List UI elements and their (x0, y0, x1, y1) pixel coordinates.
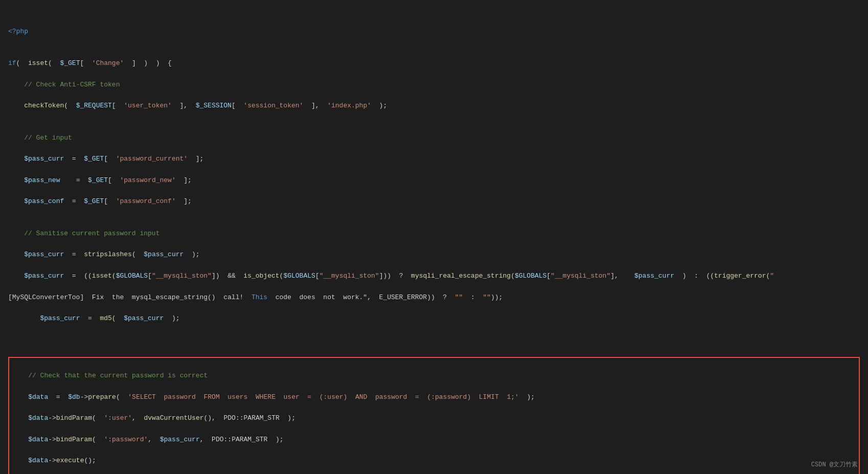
line-21: $data->bindParam( ':password', $pass_cur… (12, 435, 856, 445)
line-15: [MySQLConverterToo] Fix the mysql_escape… (8, 292, 860, 303)
line-4: // Check Anti-CSRF token (8, 80, 860, 91)
line-5: checkToken( $_REQUEST[ 'user_token' ], $… (8, 101, 860, 111)
line-12: // Sanitise current password input (8, 229, 860, 239)
line-10: $pass_conf = $_GET[ 'password_conf' ]; (8, 196, 860, 207)
line-19: $data = $db->prepare( 'SELECT password F… (12, 392, 856, 403)
watermark: CSDN @文刀竹素 (811, 460, 858, 469)
line-14: $pass_curr = ((isset($GLOBALS["__mysqli_… (8, 271, 860, 282)
line-8: $pass_curr = $_GET[ 'password_current' ]… (8, 154, 860, 165)
line-20: $data->bindParam( ':user', dvwaCurrentUs… (12, 413, 856, 424)
line-16: $pass_curr = md5( $pass_curr ); (8, 313, 860, 324)
line-22: $data->execute(); (12, 456, 856, 466)
line-7: // Get input (8, 133, 860, 144)
line-1: <?php (8, 27, 860, 37)
line-9: $pass_new = $_GET[ 'password_new' ]; (8, 175, 860, 186)
line-13: $pass_curr = stripslashes( $pass_curr ); (8, 250, 860, 260)
code-editor: <?php if( isset( $_GET[ 'Change' ] ) ) {… (0, 0, 868, 474)
line-18: // Check that the current password is co… (12, 371, 856, 381)
line-3: if( isset( $_GET[ 'Change' ] ) ) { (8, 58, 860, 69)
